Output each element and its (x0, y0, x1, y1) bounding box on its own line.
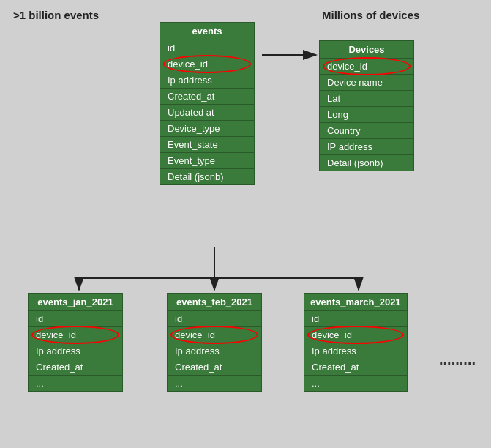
events-feb-row-dots: ... (168, 376, 261, 391)
events-feb-row-created: Created_at (168, 359, 261, 376)
events-march-row-device-id: device_id (304, 327, 407, 343)
devices-row-lat: Lat (320, 91, 413, 107)
events-jan-row-id: id (29, 311, 122, 327)
events-table-header: events (160, 23, 254, 40)
events-row-created: Created_at (160, 89, 254, 105)
events-row-ip: Ip address (160, 72, 254, 89)
continuation-dots: ......... (439, 351, 476, 368)
events-row-event-type: Event_type (160, 153, 254, 169)
devices-table: Devices device_id Device name Lat Long C… (319, 40, 414, 171)
events-jan-row-dots: ... (29, 376, 122, 391)
devices-table-header: Devices (320, 41, 413, 59)
events-row-device-type: Device_type (160, 121, 254, 137)
events-march-row-created: Created_at (304, 359, 407, 376)
events-jan-row-created: Created_at (29, 359, 122, 376)
events-march-row-id: id (304, 311, 407, 327)
events-jan-row-device-id: device_id (29, 327, 122, 343)
devices-row-country: Country (320, 123, 413, 139)
events-march-row-dots: ... (304, 376, 407, 391)
events-feb-row-id: id (168, 311, 261, 327)
millions-devices-label: Millions of devices (322, 9, 419, 21)
events-jan-header: events_jan_2021 (29, 294, 122, 311)
events-row-id: id (160, 40, 254, 56)
devices-row-device-name: Device name (320, 75, 413, 91)
events-row-device-id: device_id (160, 56, 254, 72)
devices-row-long: Long (320, 107, 413, 123)
events-feb-header: events_feb_2021 (168, 294, 261, 311)
devices-row-detail: Detail (jsonb) (320, 155, 413, 171)
events-feb-table: events_feb_2021 id device_id Ip address … (167, 293, 262, 392)
events-row-event-state: Event_state (160, 137, 254, 153)
diagram-container: >1 billion events Millions of devices ev… (0, 0, 491, 448)
events-feb-row-ip: Ip address (168, 343, 261, 359)
devices-row-device-id: device_id (320, 59, 413, 75)
events-march-table: events_march_2021 id device_id Ip addres… (304, 293, 408, 392)
events-march-row-ip: Ip address (304, 343, 407, 359)
events-row-updated: Updated at (160, 105, 254, 121)
events-march-header: events_march_2021 (304, 294, 407, 311)
events-jan-table: events_jan_2021 id device_id Ip address … (28, 293, 123, 392)
events-jan-row-ip: Ip address (29, 343, 122, 359)
events-row-detail: Detail (jsonb) (160, 169, 254, 184)
billion-events-label: >1 billion events (13, 9, 99, 21)
events-feb-row-device-id: device_id (168, 327, 261, 343)
devices-row-ip: IP address (320, 139, 413, 155)
events-table: events id device_id Ip address Created_a… (160, 22, 255, 185)
